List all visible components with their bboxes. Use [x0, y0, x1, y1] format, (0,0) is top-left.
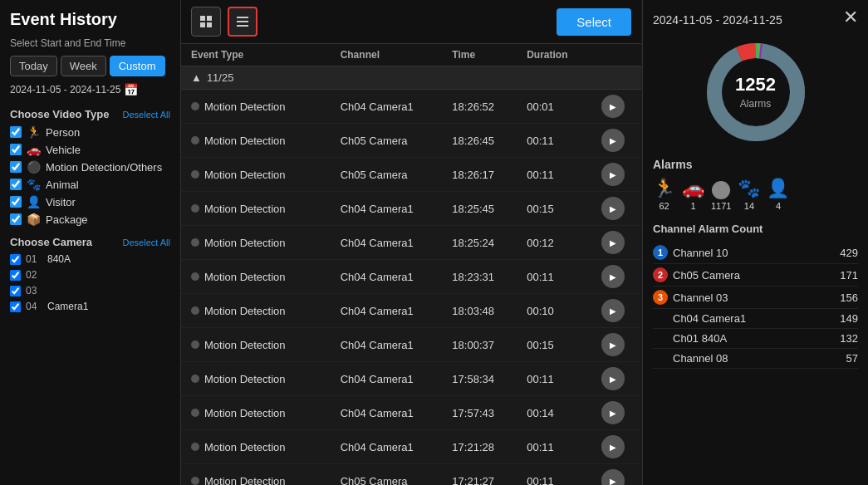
table-row: Motion Detection Ch04 Camera1 18:03:48 0… — [181, 294, 641, 328]
play-button[interactable]: ▶ — [601, 469, 625, 485]
deselect-all-camera[interactable]: Deselect All — [123, 238, 170, 247]
event-duration-cell: 00:01 — [527, 100, 601, 113]
package-checkbox[interactable] — [10, 213, 22, 225]
alarm-vehicle-icon: 🚗 — [682, 178, 704, 199]
channel-alarm-section: Channel Alarm Count 1 Channel 10 429 2 C… — [653, 223, 858, 369]
event-duration-cell: 00:15 — [527, 203, 601, 215]
alarm-visitor-icon: 👤 — [767, 178, 789, 199]
table-row: Motion Detection Ch05 Camera 18:26:45 00… — [181, 124, 641, 158]
visitor-checkbox[interactable] — [10, 196, 22, 208]
channel-count: 171 — [840, 269, 858, 282]
event-time-cell: 18:23:31 — [452, 271, 527, 283]
event-type-cell: Motion Detection — [191, 271, 341, 283]
today-button[interactable]: Today — [10, 56, 57, 76]
animal-checkbox[interactable] — [10, 179, 22, 190]
col-duration: Duration — [527, 49, 601, 61]
play-button[interactable]: ▶ — [601, 231, 625, 254]
event-duration-cell: 00:11 — [527, 373, 601, 385]
play-button[interactable]: ▶ — [601, 163, 625, 186]
event-dot — [191, 443, 199, 451]
event-dot — [191, 340, 199, 349]
play-button[interactable]: ▶ — [601, 95, 625, 118]
play-button[interactable]: ▶ — [601, 265, 625, 288]
channel-name: Channel 08 — [673, 352, 728, 365]
event-channel-cell: Ch04 Camera1 — [341, 237, 453, 249]
person-checkbox[interactable] — [10, 126, 22, 138]
play-button[interactable]: ▶ — [601, 197, 625, 220]
camera-02-checkbox[interactable] — [10, 270, 21, 281]
select-button[interactable]: Select — [557, 8, 631, 36]
channel-count: 156 — [840, 291, 858, 304]
table-row: Motion Detection Ch04 Camera1 18:25:45 0… — [181, 192, 641, 226]
event-type-cell: Motion Detection — [191, 169, 341, 181]
play-button[interactable]: ▶ — [601, 129, 625, 152]
play-button[interactable]: ▶ — [601, 333, 625, 356]
svg-rect-3 — [207, 22, 212, 27]
camera-item-01: 01 840A — [10, 253, 170, 265]
event-type-label: Motion Detection — [204, 100, 286, 113]
event-type-label: Motion Detection — [204, 441, 286, 453]
table-row: Motion Detection Ch04 Camera1 18:23:31 0… — [181, 260, 641, 294]
event-channel-cell: Ch04 Camera1 — [341, 271, 453, 283]
camera-02-num: 02 — [26, 269, 42, 281]
play-button[interactable]: ▶ — [601, 299, 625, 322]
channel-left: Ch04 Camera1 — [653, 312, 746, 325]
camera-01-name: 840A — [47, 253, 71, 265]
alarm-motion-icon — [712, 181, 730, 199]
channel-rows: 1 Channel 10 429 2 Ch05 Camera 171 3 Cha… — [653, 242, 858, 369]
close-button[interactable]: ✕ — [843, 7, 858, 28]
camera-04-num: 04 — [26, 301, 42, 312]
channel-left: 1 Channel 10 — [653, 245, 728, 260]
channel-left: Ch01 840A — [653, 332, 727, 345]
video-type-label: Choose Video Type — [10, 108, 109, 120]
donut-label: Alarms — [740, 98, 771, 110]
motion-checkbox[interactable] — [10, 161, 22, 173]
event-type-cell: Motion Detection — [191, 373, 341, 385]
channel-badge: 3 — [653, 290, 668, 305]
custom-button[interactable]: Custom — [110, 56, 165, 76]
event-channel-cell: Ch04 Camera1 — [341, 373, 453, 385]
svg-rect-6 — [237, 25, 248, 27]
event-channel-cell: Ch04 Camera1 — [341, 407, 453, 419]
event-duration-cell: 00:11 — [527, 135, 601, 147]
expand-icon[interactable]: ▲ — [191, 71, 202, 84]
camera-01-checkbox[interactable] — [10, 254, 21, 265]
camera-section-label: Choose Camera — [10, 236, 92, 248]
channel-name: Ch01 840A — [673, 332, 727, 345]
list-view-button[interactable] — [228, 7, 257, 37]
grid-view-button[interactable] — [191, 7, 221, 37]
alarm-person-icon: 🏃 — [653, 178, 675, 199]
alarm-person: 🏃 62 — [653, 178, 675, 211]
deselect-all-video[interactable]: Deselect All — [123, 110, 170, 120]
play-button[interactable]: ▶ — [601, 401, 625, 424]
event-dot — [191, 102, 199, 110]
event-dot — [191, 136, 199, 145]
camera-04-checkbox[interactable] — [10, 301, 21, 312]
calendar-icon[interactable]: 📅 — [124, 83, 138, 96]
event-type-cell: Motion Detection — [191, 100, 341, 113]
camera-03-checkbox[interactable] — [10, 286, 21, 296]
play-button[interactable]: ▶ — [601, 367, 625, 390]
alarm-animal-count: 14 — [744, 201, 754, 211]
channel-badge: 1 — [653, 245, 668, 260]
camera-item-04: 04 Camera1 — [10, 301, 170, 312]
event-duration-cell: 00:11 — [527, 169, 601, 181]
page-title: Event History — [10, 10, 170, 29]
week-button[interactable]: Week — [61, 56, 106, 76]
date-range-text: 2024-11-05 - 2024-11-25 — [10, 84, 120, 96]
vehicle-checkbox[interactable] — [10, 144, 22, 155]
donut-chart-container: 1252 Alarms — [653, 38, 858, 146]
event-channel-cell: Ch04 Camera1 — [341, 441, 453, 453]
play-button[interactable]: ▶ — [601, 435, 625, 458]
right-panel: ✕ 2024-11-05 - 2024-11-25 1252 Alarms Al… — [642, 0, 868, 485]
table-row: Motion Detection Ch04 Camera1 18:25:24 0… — [181, 226, 641, 260]
event-time-cell: 18:25:45 — [452, 203, 527, 215]
alarm-motion-count: 1171 — [711, 201, 731, 211]
table-row: Motion Detection Ch05 Camera 17:21:27 00… — [181, 464, 641, 485]
event-dot — [191, 272, 199, 281]
channel-name: Channel 03 — [673, 291, 728, 304]
video-type-motion: ⚫ Motion Detection/Others — [10, 160, 170, 174]
channel-name: Ch05 Camera — [673, 269, 740, 282]
event-dot — [191, 409, 199, 417]
table-row: Motion Detection Ch04 Camera1 18:26:52 0… — [181, 90, 641, 124]
